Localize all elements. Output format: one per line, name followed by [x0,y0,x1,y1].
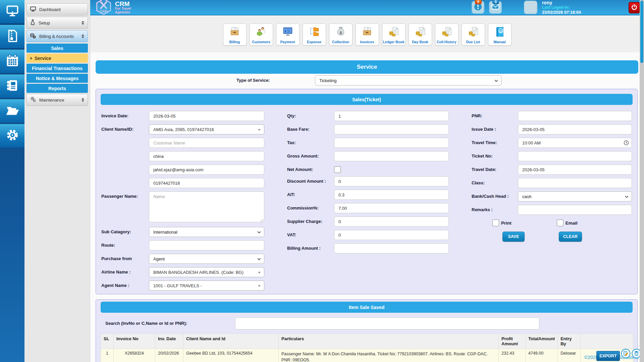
qty-input[interactable] [334,111,449,121]
cell-sl: 1 [101,349,114,362]
customer-name-input[interactable] [149,138,264,148]
scrollbar-thumb[interactable] [640,1,643,63]
strip-item-desktop[interactable] [0,0,24,23]
notifications-button[interactable]: 0 [472,1,484,14]
customer-address-input[interactable] [149,151,264,161]
toolbar-manual-button[interactable]: @ Manual [488,23,512,46]
toolbar-coll-history-button[interactable]: Coll.History [435,23,459,46]
messages-button[interactable]: 0 [489,1,502,14]
invoice-date-input[interactable] [149,111,264,121]
route-input[interactable] [149,240,264,250]
strip-item-archive[interactable] [0,25,24,48]
discount-amount-input[interactable] [334,176,449,186]
collection-history-icon [441,24,452,40]
bank-cash-head-select[interactable]: cash [518,191,632,201]
sidebar-group-sales[interactable]: Sales [26,44,88,53]
page-title: Service [357,64,377,70]
user-name: rony [542,0,581,5]
ticket-no-input[interactable] [518,151,632,161]
toolbar-invoices-button[interactable]: Invoices [356,23,379,46]
issue-date-input[interactable] [518,124,632,134]
cell-profit: 232.43 [499,349,526,362]
calendar-icon [5,53,20,69]
toolbar-billing-button[interactable]: Billing [223,23,247,46]
clock-icon[interactable] [624,140,629,147]
sidebar-item-dashboard[interactable]: Dashboard [26,3,88,15]
remarks-input[interactable] [518,205,632,215]
col-total-amount[interactable]: TotalAmount [526,334,558,349]
billing-amount-input[interactable] [334,243,449,253]
sidebar-item-service[interactable]: Service [26,54,88,63]
resize-handle[interactable] [260,219,263,222]
ait-input[interactable] [334,190,449,200]
vertical-scrollbar[interactable] [640,0,644,362]
sales-ticket-header: Sales(Ticket) [101,94,633,105]
strip-item-files[interactable] [0,99,24,123]
print-checkbox[interactable] [492,220,499,226]
class-input[interactable] [518,178,632,188]
sidebar-group-financial-transactions[interactable]: Financial Transactions [26,64,88,73]
vat-input[interactable] [334,230,449,240]
toolbar-ledger-book-button[interactable]: Ledger Book [382,23,406,46]
save-button[interactable]: SAVE [502,232,525,242]
purchase-from-select[interactable]: Agent [149,254,264,264]
cell-client: Geebee BD Ltd, 103, 01754425654 [183,349,279,362]
commission-input[interactable] [334,203,449,213]
col-entry-by[interactable]: Entry By [558,334,581,349]
table-row[interactable]: 1 X2658324 20/02/2026 Geebee BD Ltd, 103… [101,349,633,362]
toolbar-customers-button[interactable]: Customers [250,23,273,46]
tax-input[interactable] [334,138,449,148]
strip-item-settings[interactable] [0,124,24,147]
expense-folders-icon [309,24,320,40]
billing-amount-label: Billing Amount : [287,243,334,253]
travel-date-input[interactable] [518,165,632,175]
clear-button[interactable]: CLEAR [559,232,582,242]
strip-item-journal[interactable] [0,74,24,98]
col-client-name-id[interactable]: Client Name and Id [183,334,279,349]
customer-phone-input[interactable] [149,178,264,188]
supplier-charge-input[interactable] [334,217,449,227]
travel-time-input[interactable] [518,138,632,148]
client-name-id-select[interactable]: AMG Asia, 2085, 01974427016 [149,124,264,134]
customer-email-input[interactable] [149,165,264,175]
col-profit-amount[interactable]: Profit Amount [499,334,526,349]
type-of-service-select[interactable]: Ticketing [315,75,501,85]
sidebar-item-setup[interactable]: Setup [26,17,88,29]
app-logo[interactable]: CRM CRM For Travel Agencies [95,0,131,17]
client-name-id-label: Client Name/ID: [101,124,149,134]
toolbar-day-book-button[interactable]: Day Book [409,23,432,46]
export-button[interactable]: EXPORT [596,351,620,361]
toolbar-collection-button[interactable]: $ Collection [329,23,353,46]
col-invoice-no[interactable]: Invoice No [114,334,155,349]
toolbar-payment-button[interactable]: Payment [276,23,300,46]
item-sale-search-input[interactable] [235,317,539,329]
sidebar-item-billing-accounts[interactable]: $ Billing & Accounts [26,30,88,42]
user-avatar[interactable] [524,1,537,14]
expand-collapse-icon [82,98,84,102]
net-amount-checkbox[interactable] [334,166,341,173]
sidebar-group-notice-messages[interactable]: Notice & Messages [26,74,88,83]
sub-category-select[interactable]: International [149,227,264,237]
toolbar-due-list-button[interactable]: Due List [462,23,485,46]
base-fare-input[interactable] [334,124,449,134]
sidebar-group-reports[interactable]: Reports [26,84,88,93]
gross-amount-label: Gross Amount: [287,151,334,161]
email-checkbox[interactable] [557,220,564,226]
route-label: Route: [101,240,149,250]
col-sl[interactable]: SL [101,334,114,349]
vat-label: VAT: [287,230,334,240]
strip-item-calendar[interactable] [0,50,24,73]
passenger-name-label: Passenger Name: [101,191,149,224]
passenger-name-textarea[interactable] [149,191,264,222]
agent-name-select[interactable]: 1001 - GULF TRAVELS - [149,281,264,291]
airline-name-select[interactable]: BIMAN BANGLADESH AIRLINES. (Code: BG) [149,267,264,277]
gross-amount-input[interactable] [334,151,449,161]
pnr-input[interactable] [518,111,632,121]
toolbar-expense-button[interactable]: Expense [303,23,326,46]
sidebar-item-maintenance[interactable]: Maintenance [26,94,88,106]
edit-record-button[interactable] [621,349,631,358]
airline-name-value: BIMAN BANGLADESH AIRLINES. (Code: BG) [153,270,244,275]
col-particulars[interactable]: Particulars [279,334,499,349]
col-inv-date[interactable]: Inv. Date [155,334,183,349]
logout-button[interactable] [629,2,640,13]
